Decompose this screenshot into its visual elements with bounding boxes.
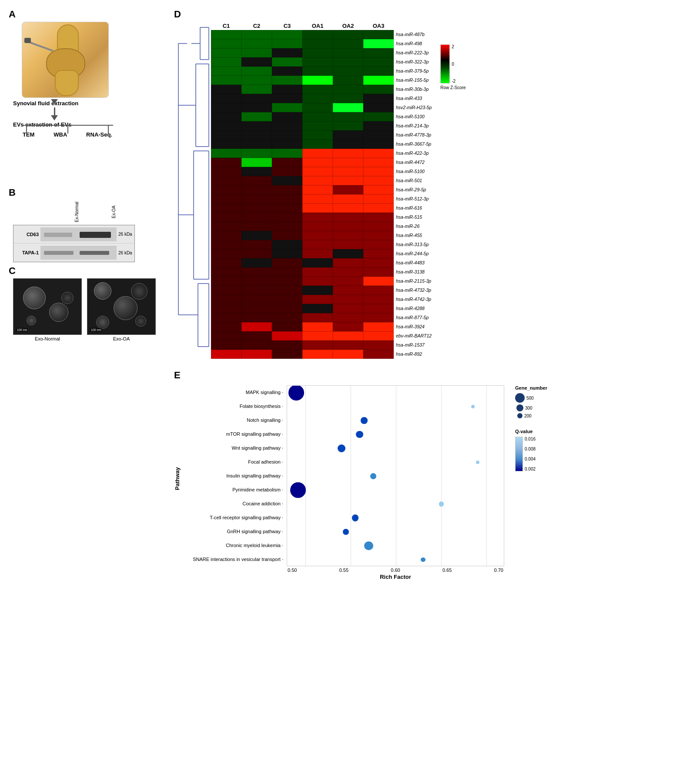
wb-row-cd63: CD63 26 kDa (13, 225, 134, 244)
cell-0-3 (302, 30, 333, 39)
heatmap-row-20 (211, 213, 394, 222)
legend-top: 2 (452, 44, 456, 49)
vesicle-oa-5 (135, 316, 146, 327)
cell-1-0 (211, 39, 241, 48)
heatmap-row-14 (211, 158, 394, 167)
heatmap-main: C1 C2 C3 OA1 OA2 OA3 hsa-miR-487bhsa-miR… (211, 23, 432, 359)
cell-29-5 (363, 295, 394, 304)
cell-20-3 (302, 213, 333, 222)
heatmap-row-11 (211, 130, 394, 140)
cell-30-3 (302, 304, 333, 313)
col-oa3: OA3 (363, 23, 394, 29)
dot-4 (338, 444, 345, 452)
dot-5 (476, 461, 479, 464)
cell-9-1 (241, 112, 272, 121)
cell-15-2 (272, 167, 302, 176)
row-label-16: hsa-miR-501 (396, 176, 432, 185)
dotplot-legend: Gene_number 500 300 200 Q-value (515, 385, 547, 471)
cell-34-3 (302, 341, 333, 350)
cell-32-3 (302, 322, 333, 331)
row-label-30: hsa-miR-4288 (396, 304, 432, 313)
pathway-6: Insulin signalling pathway · (226, 469, 283, 483)
gene-200-label: 200 (524, 414, 532, 418)
row-label-15: hsa-miR-5100 (396, 167, 432, 176)
cell-25-4 (333, 258, 363, 267)
pathway-4: Wnt signalling pathway · (231, 441, 283, 455)
cell-15-3 (302, 167, 333, 176)
cell-26-0 (211, 267, 241, 277)
cell-29-3 (302, 295, 333, 304)
cell-11-4 (333, 130, 363, 140)
row-label-13: hsa-miR-422-3p (396, 149, 432, 158)
cell-26-2 (272, 267, 302, 277)
cell-35-1 (241, 350, 272, 359)
pathway-9: T-cell receptor signalling pathway · (210, 511, 283, 524)
cell-3-5 (363, 57, 394, 67)
cell-21-2 (272, 222, 302, 231)
cell-23-5 (363, 240, 394, 249)
cell-22-4 (333, 231, 363, 240)
dot-6 (370, 473, 376, 479)
gridline-v-0.5 (305, 386, 306, 566)
row-label-20: hsa-miR-515 (396, 213, 432, 222)
vesicle-n-4 (61, 292, 74, 304)
gene-500-dot (515, 393, 525, 403)
branch-wba: WBA (54, 131, 67, 138)
cell-19-5 (363, 204, 394, 213)
pathway-3: mTOR signalling pathway · (226, 427, 283, 441)
cell-23-0 (211, 240, 241, 249)
cell-15-0 (211, 167, 241, 176)
cell-33-1 (241, 331, 272, 341)
cell-25-3 (302, 258, 333, 267)
cell-11-1 (241, 130, 272, 140)
cell-35-4 (333, 350, 363, 359)
cell-21-5 (363, 222, 394, 231)
cell-24-0 (211, 249, 241, 258)
cell-21-0 (211, 222, 241, 231)
cell-27-5 (363, 277, 394, 286)
heatmap-row-6 (211, 85, 394, 94)
knee-illustration (22, 22, 109, 98)
branch-stem-2 (67, 125, 68, 134)
cell-1-5 (363, 39, 394, 48)
row-label-14: hsa-miR-4472 (396, 158, 432, 167)
heatmap-row-24 (211, 249, 394, 258)
cell-30-1 (241, 304, 272, 313)
cd63-label: CD63 (13, 232, 40, 237)
cell-17-0 (211, 185, 241, 194)
cell-26-1 (241, 267, 272, 277)
row-label-24: hsa-miR-244-5p (396, 249, 432, 258)
cell-27-2 (272, 277, 302, 286)
tem-oa-container: 100 nm Exo-OA (87, 278, 156, 341)
cell-32-5 (363, 322, 394, 331)
cell-23-2 (272, 240, 302, 249)
tapa-label: TAPA-1 (13, 250, 40, 255)
cell-26-4 (333, 267, 363, 277)
heatmap-row-19 (211, 204, 394, 213)
cell-22-5 (363, 231, 394, 240)
cell-16-5 (363, 176, 394, 185)
cell-28-0 (211, 286, 241, 295)
pathway-10: GnRH signalling pathway · (227, 524, 283, 538)
cell-4-0 (211, 67, 241, 76)
cell-21-3 (302, 222, 333, 231)
western-blot: Ex-Normal Ex-OA CD63 26 kDa TAPA-1 (13, 200, 135, 262)
row-label-29: hsa-miR-4742-3p (396, 295, 432, 304)
cell-17-3 (302, 185, 333, 194)
cell-25-0 (211, 258, 241, 267)
cell-22-3 (302, 231, 333, 240)
gene-number-title: Gene_number (515, 385, 547, 391)
gene-300-dot (516, 404, 523, 411)
row-label-25: hsa-miR-4483 (396, 258, 432, 267)
legend-gradient-container (440, 44, 450, 83)
heatmap-row-27 (211, 277, 394, 286)
tapa-kda: 26 kDa (118, 250, 132, 255)
vesicle-oa-3 (131, 283, 147, 300)
heatmap-legend: 2 0 -2 Row Z-Score (440, 44, 475, 90)
heatmap-row-34 (211, 341, 394, 350)
cell-7-1 (241, 94, 272, 103)
panel-a-label: A (9, 9, 16, 20)
cell-31-1 (241, 313, 272, 322)
cell-24-2 (272, 249, 302, 258)
heatmap-row-29 (211, 295, 394, 304)
